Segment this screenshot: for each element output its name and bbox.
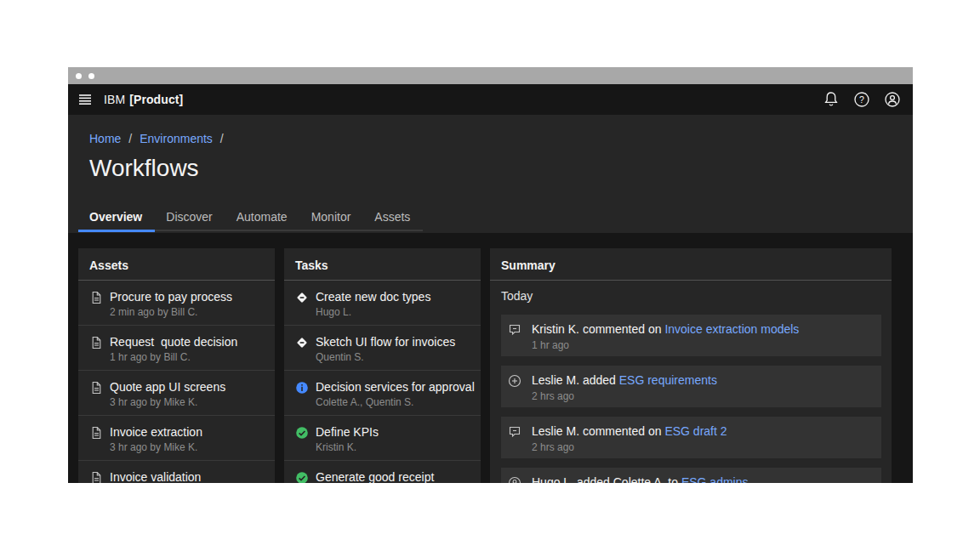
assets-panel-title: Assets (78, 248, 275, 281)
status-undefined-icon (295, 291, 309, 304)
summary-panel-title: Summary (490, 248, 892, 281)
asset-row[interactable]: Invoice validation (78, 461, 275, 483)
header-actions: ? (823, 91, 901, 108)
breadcrumb: Home / Environments / (89, 131, 913, 146)
app-header: IBM[Product] ? (68, 84, 913, 115)
assets-panel: Assets Procure to pay process 2 min ago … (78, 248, 275, 483)
asset-subtitle: 2 min ago by Bill C. (110, 306, 232, 319)
task-assignee: Colette A., Quentin S. (316, 396, 475, 409)
tab-bar: Overview Discover Automate Monitor Asset… (78, 205, 913, 231)
activity-time: 2 hrs ago (532, 390, 717, 402)
activity-link[interactable]: ESG draft 2 (664, 424, 726, 438)
activity-card[interactable]: Hugo L. added Colette A. to ESG admins (501, 468, 881, 483)
tab-discover[interactable]: Discover (155, 205, 225, 231)
document-icon (89, 471, 103, 483)
page-top: Home / Environments / Workflows Overview… (68, 115, 913, 233)
help-icon[interactable]: ? (853, 91, 870, 108)
window-control-dot[interactable] (88, 73, 94, 79)
summary-group-label: Today (501, 289, 892, 304)
asset-title: Quote app UI screens (110, 380, 225, 395)
brand-prefix: IBM (104, 93, 125, 106)
task-row[interactable]: Create new doc types Hugo L. (284, 281, 481, 326)
activity-link[interactable]: ESG requirements (619, 373, 717, 387)
task-title: Generate good receipt (316, 470, 434, 483)
asset-subtitle: 3 hr ago by Mike K. (110, 396, 225, 409)
info-filled-icon (295, 381, 309, 395)
window-titlebar[interactable] (68, 67, 913, 84)
user-icon (508, 476, 521, 483)
asset-title: Request quote decision (110, 335, 237, 349)
breadcrumb-separator: / (220, 132, 224, 145)
tab-monitor[interactable]: Monitor (300, 205, 364, 231)
task-row[interactable]: Define KPIs Kristin K. (284, 416, 481, 461)
activity-card[interactable]: Leslie M. added ESG requirements 2 hrs a… (501, 366, 881, 407)
document-icon (89, 381, 103, 395)
asset-title: Procure to pay process (110, 290, 232, 304)
activity-card[interactable]: Leslie M. commented on ESG draft 2 2 hrs… (501, 417, 881, 458)
menu-icon[interactable] (78, 93, 92, 106)
asset-title: Invoice validation (110, 470, 201, 483)
tasks-panel-title: Tasks (284, 248, 481, 281)
activity-card[interactable]: Kristin K. commented on Invoice extracti… (501, 315, 881, 356)
activity-link[interactable]: ESG admins (681, 475, 749, 483)
tab-overview[interactable]: Overview (78, 205, 155, 232)
asset-row[interactable]: Request quote decision 1 hr ago by Bill … (78, 326, 275, 371)
tab-assets[interactable]: Assets (363, 205, 423, 231)
task-assignee: Kristin K. (316, 441, 379, 454)
checkmark-filled-icon (295, 426, 309, 440)
activity-text: Kristin K. commented on Invoice extracti… (532, 321, 799, 337)
brand[interactable]: IBM[Product] (104, 93, 183, 106)
activity-text: Leslie M. added ESG requirements (532, 372, 717, 388)
tasks-panel: Tasks Create new doc types Hugo L. Sketc… (284, 248, 481, 483)
checkmark-filled-icon (295, 471, 309, 483)
asset-row[interactable]: Procure to pay process 2 min ago by Bill… (78, 281, 275, 326)
task-title: Define KPIs (316, 425, 379, 440)
task-row[interactable]: Generate good receipt (284, 461, 481, 483)
chat-icon (508, 425, 521, 439)
document-icon (89, 336, 103, 349)
dashboard-content: Assets Procure to pay process 2 min ago … (68, 233, 913, 483)
document-icon (89, 291, 103, 304)
asset-title: Invoice extraction (110, 425, 202, 440)
task-title: Sketch UI flow for invoices (316, 335, 455, 349)
svg-text:?: ? (859, 94, 864, 105)
activity-time: 2 hrs ago (532, 441, 727, 453)
asset-row[interactable]: Invoice extraction 3 hr ago by Mike K. (78, 416, 275, 461)
breadcrumb-home[interactable]: Home (89, 132, 121, 145)
breadcrumb-separator: / (128, 132, 132, 145)
page-title: Workflows (89, 153, 913, 184)
document-icon (89, 426, 103, 440)
asset-subtitle: 3 hr ago by Mike K. (110, 441, 202, 454)
activity-text: Leslie M. commented on ESG draft 2 (532, 423, 727, 439)
task-row[interactable]: Decision services for approval Colette A… (284, 371, 481, 416)
page: Home / Environments / Workflows Overview… (68, 115, 913, 483)
activity-link[interactable]: Invoice extraction models (664, 322, 799, 336)
activity-text-before: Leslie M. commented on (532, 424, 664, 438)
task-row[interactable]: Sketch UI flow for invoices Quentin S. (284, 326, 481, 371)
task-assignee: Quentin S. (316, 351, 455, 364)
activity-text: Hugo L. added Colette A. to ESG admins (532, 474, 749, 483)
tab-automate[interactable]: Automate (225, 205, 300, 231)
activity-time: 1 hr ago (532, 339, 799, 351)
notifications-bell-icon[interactable] (823, 91, 840, 108)
app-window: IBM[Product] ? (68, 67, 913, 483)
task-assignee: Hugo L. (316, 306, 430, 319)
user-avatar-icon[interactable] (884, 91, 901, 108)
add-icon (508, 374, 521, 388)
chat-icon (508, 323, 521, 337)
window-control-dot[interactable] (76, 73, 82, 79)
activity-text-before: Kristin K. commented on (532, 322, 664, 336)
breadcrumb-environments[interactable]: Environments (140, 132, 213, 145)
summary-panel: Summary Today Kristin K. commented on In… (490, 248, 892, 483)
brand-product: [Product] (129, 93, 183, 106)
asset-subtitle: 1 hr ago by Bill C. (110, 351, 237, 364)
task-title: Decision services for approval (316, 380, 475, 395)
task-title: Create new doc types (316, 290, 430, 304)
asset-row[interactable]: Quote app UI screens 3 hr ago by Mike K. (78, 371, 275, 416)
activity-text-before: Hugo L. added Colette A. to (532, 475, 681, 483)
status-undefined-icon (295, 336, 309, 349)
activity-text-before: Leslie M. added (532, 373, 619, 387)
